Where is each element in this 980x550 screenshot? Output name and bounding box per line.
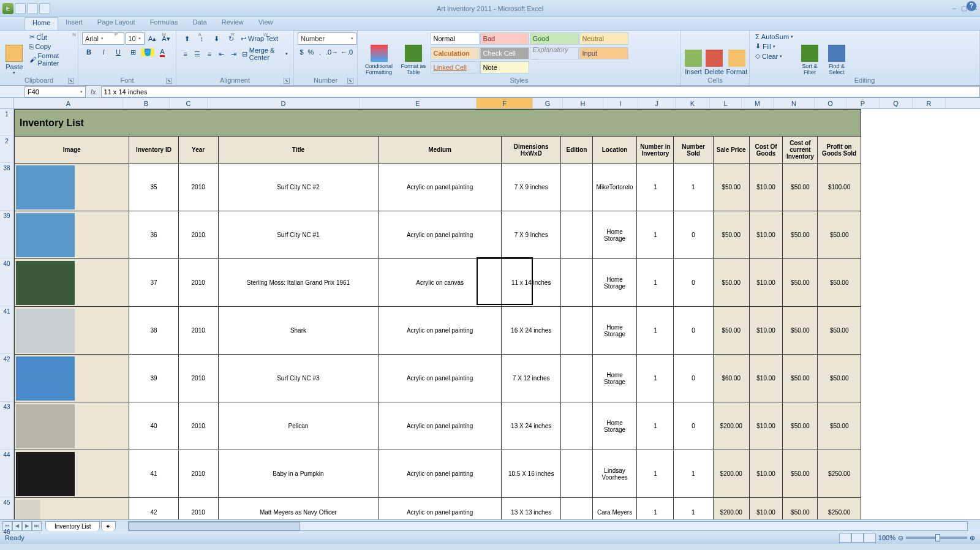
clipboard-launcher[interactable]: ⬊ <box>68 78 74 84</box>
column-header-Q[interactable]: Q <box>880 98 913 108</box>
table-cell[interactable]: $50.00 <box>713 307 749 355</box>
table-cell[interactable]: 38 <box>129 307 178 355</box>
name-box[interactable]: F40▾ <box>24 86 86 97</box>
style-input[interactable]: Input <box>579 47 628 59</box>
table-cell[interactable]: $10.00 <box>749 498 783 520</box>
currency-button[interactable]: $ <box>298 46 306 58</box>
table-cell[interactable]: Baby in a Pumpkin <box>218 450 378 498</box>
table-cell[interactable]: Acrylic on panel painting <box>379 355 502 402</box>
table-cell[interactable]: $10.00 <box>749 355 783 402</box>
row-header-38[interactable]: 38 <box>0 163 13 211</box>
table-header[interactable]: Image <box>15 137 129 164</box>
tab-home[interactable]: HomeH <box>24 17 58 30</box>
page-break-view-button[interactable] <box>864 533 876 543</box>
table-header[interactable]: Title <box>218 137 378 164</box>
table-cell[interactable] <box>15 164 129 211</box>
qat-redo-button[interactable] <box>39 3 50 14</box>
tab-prev-button[interactable]: ◀ <box>12 521 22 531</box>
align-bottom-button[interactable]: ⬇ <box>209 32 223 45</box>
table-cell[interactable]: Home Storage <box>592 259 637 307</box>
table-cell[interactable]: 1 <box>637 307 674 355</box>
table-cell[interactable] <box>561 164 593 211</box>
zoom-slider[interactable] <box>906 537 967 539</box>
table-cell[interactable]: 39 <box>129 355 178 402</box>
table-cell[interactable] <box>15 402 129 450</box>
column-header-F[interactable]: F <box>477 98 533 108</box>
table-cell[interactable]: Home Storage <box>592 211 637 259</box>
fill-color-button[interactable]: 🪣 <box>141 46 154 58</box>
table-cell[interactable] <box>15 259 129 307</box>
table-cell[interactable] <box>561 211 593 259</box>
style-good[interactable]: Good <box>530 32 579 45</box>
table-cell[interactable]: $50.00 <box>783 164 818 211</box>
fx-icon[interactable]: fx <box>86 88 101 96</box>
style-check-cell[interactable]: Check Cell <box>480 47 529 59</box>
column-header-E[interactable]: E <box>360 98 477 108</box>
table-cell[interactable]: 2010 <box>178 498 218 520</box>
row-header-2[interactable]: 2 <box>0 136 13 163</box>
tab-formulas[interactable]: FormulasM <box>143 17 186 30</box>
table-header[interactable]: Medium <box>379 137 502 164</box>
table-cell[interactable]: 1 <box>637 402 674 450</box>
tab-review[interactable]: ReviewR <box>214 17 251 30</box>
table-cell[interactable]: $50.00 <box>818 307 861 355</box>
bold-button[interactable]: B <box>82 46 96 58</box>
decrease-indent-button[interactable]: ⇤ <box>216 48 227 60</box>
zoom-in-button[interactable]: ⊕ <box>970 534 975 542</box>
table-cell[interactable]: Surf City NC #3 <box>218 355 378 402</box>
table-cell[interactable]: Acrylic on panel painting <box>379 307 502 355</box>
table-cell[interactable]: Acrylic on panel painting <box>379 450 502 498</box>
qat-save-button[interactable] <box>15 3 26 14</box>
normal-view-button[interactable] <box>839 533 851 543</box>
table-cell[interactable]: 37 <box>129 259 178 307</box>
table-cell[interactable]: $10.00 <box>749 402 783 450</box>
column-header-R[interactable]: R <box>913 98 946 108</box>
table-cell[interactable] <box>15 211 129 259</box>
tab-data[interactable]: DataA <box>185 17 214 30</box>
table-cell[interactable]: $250.00 <box>818 498 861 520</box>
sort-filter-button[interactable]: Sort & Filter <box>797 32 822 75</box>
table-cell[interactable]: Matt Meyers as Navy Officer <box>218 498 378 520</box>
copy-button[interactable]: ⎘Copy <box>28 42 74 51</box>
tab-view[interactable]: ViewW <box>251 17 281 30</box>
zoom-percent[interactable]: 100% <box>878 534 895 541</box>
table-cell[interactable] <box>15 498 129 520</box>
font-color-button[interactable]: A <box>156 46 169 58</box>
table-cell[interactable]: Acrylic on panel painting <box>379 164 502 211</box>
increase-indent-button[interactable]: ⇥ <box>228 48 239 60</box>
delete-cells-button[interactable]: Delete <box>704 32 724 75</box>
style-bad[interactable]: Bad <box>480 32 529 45</box>
column-header-A[interactable]: A <box>14 98 123 108</box>
table-cell[interactable]: $200.00 <box>713 450 749 498</box>
italic-button[interactable]: I <box>97 46 110 58</box>
merge-center-button[interactable]: ⊟Merge & Center▾ <box>240 46 290 62</box>
style-calculation[interactable]: Calculation <box>431 47 480 59</box>
align-left-button[interactable]: ≡ <box>180 48 191 60</box>
insert-cells-button[interactable]: Insert <box>685 32 702 75</box>
table-cell[interactable] <box>561 450 593 498</box>
table-cell[interactable]: 1 <box>637 355 674 402</box>
comma-button[interactable]: , <box>316 46 324 58</box>
table-cell[interactable] <box>15 307 129 355</box>
number-launcher[interactable]: ⬊ <box>347 78 353 84</box>
column-header-D[interactable]: D <box>208 98 360 108</box>
table-cell[interactable]: 0 <box>674 402 713 450</box>
minimize-button[interactable]: – <box>952 4 956 12</box>
row-header-40[interactable]: 40 <box>0 258 13 306</box>
table-header[interactable]: Edition <box>561 137 593 164</box>
find-select-button[interactable]: Find & Select <box>824 32 849 75</box>
table-cell[interactable]: $50.00 <box>818 211 861 259</box>
decrease-decimal-button[interactable]: ←.0 <box>340 46 353 58</box>
table-cell[interactable]: Shark <box>218 307 378 355</box>
column-header-I[interactable]: I <box>603 98 638 108</box>
table-header[interactable]: Number Sold <box>674 137 713 164</box>
table-cell[interactable]: 7 X 9 inches <box>502 164 561 211</box>
column-header-M[interactable]: M <box>742 98 774 108</box>
border-button[interactable]: ⊞ <box>126 46 140 58</box>
table-cell[interactable]: 11 x 14 inches <box>502 259 561 307</box>
table-cell[interactable]: 1 <box>674 498 713 520</box>
table-cell[interactable]: Home Storage <box>592 307 637 355</box>
font-launcher[interactable]: ⬊ <box>166 78 172 84</box>
fill-button[interactable]: ⬇Fill▾ <box>753 42 795 51</box>
table-cell[interactable]: 2010 <box>178 259 218 307</box>
